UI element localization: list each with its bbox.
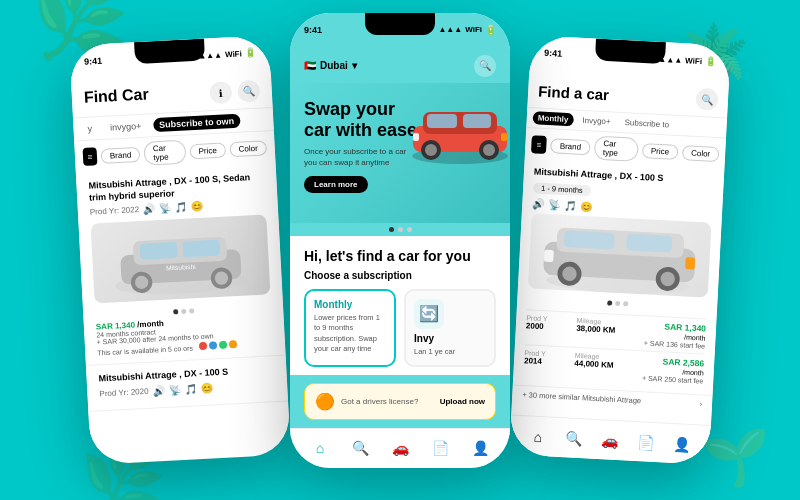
monthly-card-text: Lower prices from 1 to 9 months subscrip…	[314, 313, 386, 355]
svg-rect-30	[544, 249, 554, 261]
color-orange	[228, 341, 236, 349]
left-phone: 9:41 ▲▲▲ WiFi 🔋 Find Car ℹ	[69, 35, 291, 465]
center-status-time: 9:41	[304, 25, 322, 35]
phones-container: 9:41 ▲▲▲ WiFi 🔋 Find Car ℹ	[80, 23, 720, 478]
right-search-button[interactable]: 🔍	[695, 88, 718, 111]
right-car-image	[528, 213, 712, 297]
filter-price[interactable]: Price	[189, 142, 226, 159]
tab-subscribe-own[interactable]: Subscribe to own	[153, 114, 241, 133]
left-car-1-image: Mitsubishi	[91, 215, 271, 304]
license-left: 🟠 Got a drivers license?	[315, 392, 418, 411]
filter-car-type[interactable]: Car type	[144, 140, 187, 166]
right-filter-brand[interactable]: Brand	[550, 138, 590, 155]
hero-subtitle: Once your subscribe to a car you can swa…	[304, 146, 414, 168]
monthly-subscription-card[interactable]: Monthly Lower prices from 1 to 9 months …	[304, 289, 396, 368]
arrow-right-icon: ›	[699, 399, 702, 408]
right-car-card[interactable]: Mitsubishi Attrage , DX - 100 S 1 - 9 mo…	[513, 160, 725, 395]
right-phone: 9:41 ▲▲▲ WiFi 🔋 Find a car 🔍 Monthly Inv…	[509, 35, 731, 465]
banner-dots	[290, 223, 510, 236]
right-feature-4: 😊	[580, 201, 593, 213]
svg-rect-4	[182, 240, 220, 258]
filter-icon-btn[interactable]: ≡	[83, 147, 98, 166]
center-status-icons: ▲▲▲ WiFi 🔋	[438, 25, 496, 35]
svg-rect-25	[626, 233, 672, 252]
monthly-card-title: Monthly	[314, 299, 386, 310]
nav-profile-button[interactable]: 👤	[470, 438, 490, 458]
nav-document-button[interactable]: 📄	[430, 438, 450, 458]
svg-rect-14	[463, 114, 491, 128]
nav-car-button[interactable]: 🚗	[390, 438, 410, 458]
right-header-title: Find a car	[538, 82, 610, 103]
center-search-button[interactable]: 🔍	[474, 55, 496, 77]
center-bottom-nav: ⌂ 🔍 🚗 📄 👤	[290, 428, 510, 468]
feature-icon-4: 😊	[191, 201, 204, 213]
learn-more-button[interactable]: Learn more	[304, 176, 368, 193]
chevron-down-icon: ▾	[352, 60, 357, 71]
feature-icon-1: 🔊	[143, 204, 156, 216]
location-display: 🇦🇪 Dubai ▾	[304, 60, 357, 71]
license-text: Got a drivers license?	[341, 397, 418, 406]
right-filter-icon-btn[interactable]: ≡	[531, 135, 547, 154]
invy-subscription-card[interactable]: 🔄 Invy Lan 1 ye car	[404, 289, 496, 368]
license-icon: 🟠	[315, 392, 335, 411]
right-nav-document-button[interactable]: 📄	[635, 432, 656, 453]
color-blue	[209, 342, 217, 350]
nav-search-button[interactable]: 🔍	[350, 438, 370, 458]
right-status-icons: ▲▲▲ WiFi 🔋	[658, 54, 716, 67]
feature-icon-3: 🎵	[175, 202, 188, 214]
left-status-time: 9:41	[84, 56, 103, 67]
center-phone-screen: 🇦🇪 Dubai ▾ 🔍 Swap your car with ease Onc…	[290, 49, 510, 468]
right-nav-profile-button[interactable]: 👤	[671, 433, 692, 454]
upload-now-button[interactable]: Upload now	[440, 397, 485, 406]
right-nav-car-button[interactable]: 🚗	[600, 430, 621, 451]
left-search-button[interactable]: 🔍	[237, 80, 260, 103]
tab-y[interactable]: y	[81, 121, 98, 136]
filter-color[interactable]: Color	[229, 140, 267, 157]
choose-subscription-label: Choose a subscription	[304, 270, 496, 281]
uae-flag-icon: 🇦🇪	[304, 60, 316, 71]
right-search-icon: 🔍	[701, 94, 714, 106]
feature-icon-2: 📡	[159, 203, 172, 215]
nav-home-button[interactable]: ⌂	[310, 438, 330, 458]
invy-card-text: Lan 1 ye car	[414, 347, 486, 358]
right-tab-subscribe[interactable]: Subscribe to	[619, 116, 674, 132]
left-car-card-2[interactable]: Mitsubishi Attrage , DX - 100 S Prod Yr:…	[86, 356, 288, 412]
right-feature-1: 🔊	[532, 198, 545, 210]
right-bottom-nav: ⌂ 🔍 🚗 📄 👤	[510, 415, 711, 456]
hero-car-image	[405, 98, 510, 168]
right-tab-monthly[interactable]: Monthly	[532, 111, 573, 126]
tab-invygo-plus[interactable]: invygo+	[104, 119, 148, 135]
svg-rect-24	[564, 230, 615, 249]
info-button[interactable]: ℹ	[209, 81, 232, 104]
subscription-cards: Monthly Lower prices from 1 to 9 months …	[304, 289, 496, 368]
svg-rect-31	[685, 257, 695, 269]
center-search-icon: 🔍	[479, 60, 491, 71]
search-icon: 🔍	[243, 85, 256, 97]
right-filter-price[interactable]: Price	[642, 143, 679, 160]
invy-card-icon: 🔄	[414, 299, 444, 329]
left-header-title: Find Car	[83, 85, 149, 106]
right-filter-car-type[interactable]: Car type	[593, 136, 638, 162]
right-nav-search-button[interactable]: 🔍	[564, 428, 585, 449]
left-status-icons: ▲▲▲ WiFi 🔋	[198, 48, 256, 61]
right-price-table: Prod Y 2000 Mileage 38,000 KM SAR 1,340 …	[523, 309, 706, 388]
right-nav-home-button[interactable]: ⌂	[528, 426, 549, 447]
right-feature-3: 🎵	[564, 200, 577, 212]
license-banner: 🟠 Got a drivers license? Upload now	[304, 383, 496, 420]
find-car-section: Hi, let's find a car for you Choose a su…	[290, 236, 510, 376]
find-title: Hi, let's find a car for you	[304, 248, 496, 264]
svg-point-18	[483, 144, 495, 156]
color-red	[199, 342, 207, 350]
right-filter-color[interactable]: Color	[682, 145, 720, 162]
right-phone-screen: Find a car 🔍 Monthly Invygo+ Subscribe t…	[510, 71, 729, 456]
svg-rect-20	[501, 133, 507, 141]
right-tab-invygo[interactable]: Invygo+	[577, 114, 616, 129]
filter-brand[interactable]: Brand	[100, 146, 140, 163]
svg-rect-19	[413, 133, 419, 141]
center-location-header: 🇦🇪 Dubai ▾ 🔍	[290, 49, 510, 83]
svg-rect-3	[140, 242, 178, 260]
right-status-time: 9:41	[544, 48, 563, 59]
left-phone-screen: Find Car ℹ 🔍 y invygo+ Subscribe to own	[71, 71, 290, 456]
svg-rect-13	[427, 114, 457, 128]
left-car-card-1[interactable]: Mitsubishi Attrage , DX - 100 S, Sedan t…	[76, 163, 286, 367]
